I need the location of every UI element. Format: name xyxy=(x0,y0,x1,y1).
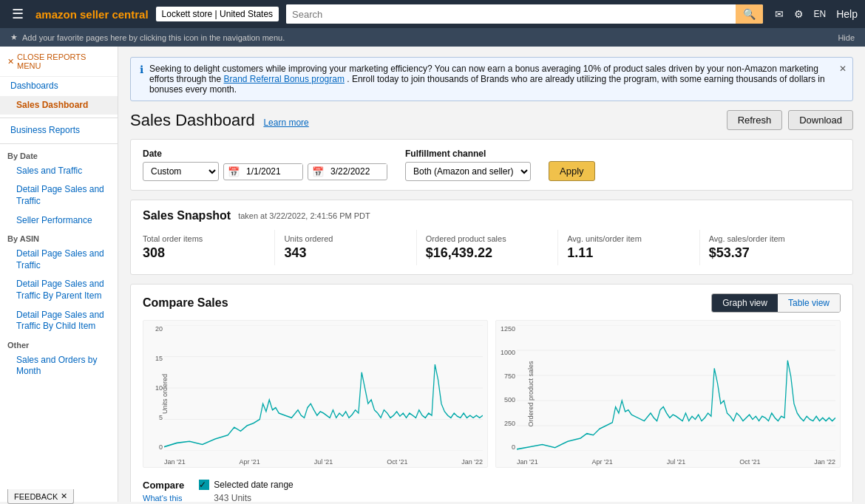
selected-range-checkbox[interactable]: ✓ xyxy=(199,480,209,490)
search-button[interactable]: 🔍 xyxy=(736,4,763,24)
sidebar-item-asin-detail-parent[interactable]: Detail Page Sales and Traffic By Parent … xyxy=(0,275,118,305)
mail-icon[interactable]: ✉ xyxy=(775,8,784,20)
metric-label: Ordered product sales xyxy=(426,234,549,243)
calendar-from-icon[interactable]: 📅 xyxy=(224,164,243,180)
sales-chart-y-labels: 125010007505002500 xyxy=(499,325,515,451)
sidebar-item-sales-orders-month[interactable]: Sales and Orders by Month xyxy=(0,351,118,381)
close-icon: ✕ xyxy=(7,57,14,67)
close-reports-menu-button[interactable]: ✕ CLOSE REPORTS MENU xyxy=(0,47,118,77)
language-selector[interactable]: EN xyxy=(814,9,827,19)
brand-referral-link[interactable]: Brand Referral Bonus program xyxy=(224,74,345,84)
settings-icon[interactable]: ⚙ xyxy=(794,8,804,20)
snapshot-metrics: Total order items 308 Units ordered 343 … xyxy=(143,230,841,265)
snapshot-time: taken at 3/22/2022, 2:41:56 PM PDT xyxy=(238,211,370,220)
compare-label-col: Compare What's this xyxy=(143,480,184,502)
hamburger-icon[interactable]: ☰ xyxy=(7,6,28,22)
sidebar-item-dashboards[interactable]: Dashboards xyxy=(0,77,118,96)
apply-button[interactable]: Apply xyxy=(549,161,595,181)
metric-label: Avg. sales/order item xyxy=(709,234,832,243)
sales-chart-canvas xyxy=(517,325,835,451)
star-icon: ★ xyxy=(10,33,18,42)
from-date-input[interactable] xyxy=(243,164,302,179)
feedback-label: FEEDBACK xyxy=(14,492,58,501)
fulfillment-filter-label: Fulfillment channel xyxy=(405,149,531,159)
table-view-button[interactable]: Table view xyxy=(778,294,840,312)
graph-view-button[interactable]: Graph view xyxy=(712,294,778,312)
metric-units-ordered: Units ordered 343 xyxy=(275,230,416,265)
metric-avg-sales-order-item: Avg. sales/order item $53.37 xyxy=(700,230,841,265)
search-input[interactable] xyxy=(286,4,735,24)
fulfillment-select[interactable]: Both (Amazon and seller) xyxy=(405,162,531,181)
from-date-wrap: 📅 xyxy=(223,163,303,180)
date-filter-group: Date Custom Today Yesterday Last 7 days … xyxy=(143,149,387,181)
whats-this-link[interactable]: What's this xyxy=(143,494,184,502)
date-filter-row: Custom Today Yesterday Last 7 days Last … xyxy=(143,162,387,181)
metric-avg-units-order-item: Avg. units/order item 1.11 xyxy=(558,230,699,265)
fulfillment-filter-row: Both (Amazon and seller) xyxy=(405,162,531,181)
compare-legend-title: Compare xyxy=(143,480,184,491)
hide-bookmark-button[interactable]: Hide xyxy=(838,33,855,42)
nav-icons: ✉ ⚙ EN Help xyxy=(775,8,858,20)
snapshot-box: Sales Snapshot taken at 3/22/2022, 2:41:… xyxy=(130,200,853,275)
download-button[interactable]: Download xyxy=(788,110,853,130)
learn-more-link[interactable]: Learn more xyxy=(263,118,308,128)
selected-range-check: ✓ Selected date range xyxy=(199,480,293,490)
page-header: Sales Dashboard Learn more Refresh Downl… xyxy=(130,110,853,130)
sidebar-item-seller-performance[interactable]: Seller Performance xyxy=(0,211,118,231)
page-title-area: Sales Dashboard Learn more xyxy=(130,111,309,130)
metric-value: 343 xyxy=(284,245,407,261)
legend-values: 343 Units $16,439.22 xyxy=(199,493,293,502)
sidebar-item-sales-traffic[interactable]: Sales and Traffic xyxy=(0,162,118,181)
feedback-close-icon[interactable]: ✕ xyxy=(61,491,67,501)
help-link[interactable]: Help xyxy=(836,8,858,20)
date-filter-label: Date xyxy=(143,149,387,159)
page-title: Sales Dashboard xyxy=(130,111,255,129)
metric-value: $16,439.22 xyxy=(426,245,549,261)
filter-box: Date Custom Today Yesterday Last 7 days … xyxy=(130,139,853,191)
metric-value: 1.11 xyxy=(567,245,690,261)
bookmark-bar-message: Add your favorite pages here by clicking… xyxy=(22,33,285,42)
sidebar-item-sales-dashboard[interactable]: Sales Dashboard xyxy=(0,96,118,115)
info-banner-text: Seeking to delight customers while impro… xyxy=(149,64,844,95)
sidebar-item-business-reports[interactable]: Business Reports xyxy=(0,121,118,140)
calendar-to-icon[interactable]: 📅 xyxy=(308,164,328,180)
compare-legend: Compare What's this ✓ Selected date rang… xyxy=(143,475,841,502)
snapshot-title: Sales Snapshot xyxy=(143,209,231,222)
metric-label: Avg. units/order item xyxy=(567,234,690,243)
legend-units: 343 Units xyxy=(214,493,293,502)
sidebar-item-asin-detail-sales-traffic[interactable]: Detail Page Sales and Traffic xyxy=(0,245,118,275)
sidebar-item-asin-detail-child[interactable]: Detail Page Sales and Traffic By Child I… xyxy=(0,306,118,336)
charts-row: 20151050 xyxy=(143,320,841,468)
view-toggle: Graph view Table view xyxy=(711,293,841,313)
close-menu-label: CLOSE REPORTS MENU xyxy=(17,52,110,70)
info-banner-close[interactable]: ✕ xyxy=(839,64,847,74)
units-chart-canvas xyxy=(164,325,483,451)
snapshot-header: Sales Snapshot taken at 3/22/2022, 2:41:… xyxy=(143,209,841,222)
info-banner: ℹ Seeking to delight customers while imp… xyxy=(130,57,853,101)
date-select[interactable]: Custom Today Yesterday Last 7 days Last … xyxy=(143,162,219,181)
to-date-wrap: 📅 xyxy=(308,163,387,180)
compare-sales-box: Compare Sales Graph view Table view 2015… xyxy=(130,284,853,502)
sidebar-item-detail-page-sales-traffic[interactable]: Detail Page Sales and Traffic xyxy=(0,180,118,211)
store-selector[interactable]: Lockett store | United States xyxy=(156,7,279,21)
sidebar-by-asin-header: By ASIN xyxy=(0,230,118,245)
sales-chart-x-labels: Jan '21Apr '21Jul '21Oct '21Jan '22 xyxy=(517,458,835,466)
selected-range-col: ✓ Selected date range 343 Units $16,439.… xyxy=(199,480,293,502)
sidebar: ✕ CLOSE REPORTS MENU Dashboards Sales Da… xyxy=(0,47,118,502)
bookmark-bar-text: ★ Add your favorite pages here by clicki… xyxy=(10,33,285,42)
main-layout: ✕ CLOSE REPORTS MENU Dashboards Sales Da… xyxy=(0,47,865,502)
sales-chart-y-label: Ordered product sales xyxy=(527,361,535,426)
top-nav: ☰ amazon seller central Lockett store | … xyxy=(0,0,865,28)
refresh-button[interactable]: Refresh xyxy=(727,110,783,130)
sidebar-by-date-header: By Date xyxy=(0,147,118,162)
sales-chart: 125010007505002500 xyxy=(495,320,841,468)
feedback-button[interactable]: FEEDBACK ✕ xyxy=(7,489,74,504)
metric-label: Total order items xyxy=(143,234,265,243)
metric-ordered-product-sales: Ordered product sales $16,439.22 xyxy=(417,230,558,265)
content-area: ℹ Seeking to delight customers while imp… xyxy=(118,47,865,502)
to-date-input[interactable] xyxy=(328,164,387,179)
sales-chart-svg xyxy=(517,325,835,451)
selected-range-label: Selected date range xyxy=(214,480,293,490)
compare-header: Compare Sales Graph view Table view xyxy=(143,293,841,313)
metric-value: $53.37 xyxy=(709,245,832,261)
